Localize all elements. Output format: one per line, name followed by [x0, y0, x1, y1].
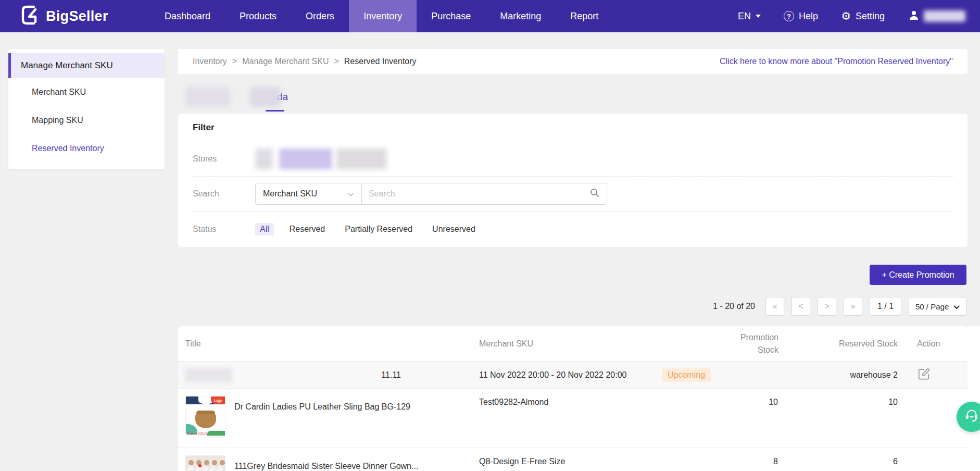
gear-icon: ⚙: [841, 11, 851, 22]
breadcrumb-inventory[interactable]: Inventory: [193, 57, 227, 66]
product-title-cell: Logo Expire: 2021/0 Dr Cardin Ladies PU …: [185, 389, 479, 448]
promotion-action-cell[interactable]: [901, 362, 968, 388]
store-chip-redacted[interactable]: [279, 148, 332, 169]
search-input[interactable]: [369, 189, 589, 199]
status-option-all[interactable]: All: [255, 223, 274, 236]
breadcrumb-manage-merchant-sku[interactable]: Manage Merchant SKU: [242, 57, 329, 66]
promotion-warehouse: warehouse 2: [782, 362, 901, 388]
top-navbar: BigSeller Dashboard Products Orders Inve…: [0, 0, 980, 32]
sidebar-item-merchant-sku[interactable]: Merchant SKU: [8, 78, 165, 106]
setting-button[interactable]: ⚙ Setting: [841, 11, 885, 22]
product-merchant-sku: Test09282-Almond: [479, 389, 665, 448]
filter-status-row: Status All Reserved Partially Reserved U…: [193, 212, 953, 246]
user-avatar-icon: [908, 9, 920, 24]
promotion-thumb-redacted: [185, 368, 232, 382]
product-image-bridesmaid-gown: [185, 455, 225, 471]
create-promotion-button[interactable]: + Create Promotion: [870, 265, 966, 285]
store-chip-redacted[interactable]: [255, 148, 273, 169]
brand-logo[interactable]: BigSeller: [0, 4, 131, 28]
column-header-promotion-stock: Promotion Stock: [665, 326, 782, 361]
nav-item-products[interactable]: Products: [225, 0, 291, 32]
nav-item-orders[interactable]: Orders: [291, 0, 349, 32]
breadcrumb-separator: >: [232, 57, 237, 66]
stores-label: Stores: [193, 154, 255, 164]
product-title: Dr Cardin Ladies PU Leather Sling Bag BG…: [234, 402, 410, 412]
filter-panel: Filter Stores Search Merchant SKU Status: [178, 114, 968, 247]
tab-redacted-part: [250, 87, 280, 107]
search-type-value: Merchant SKU: [263, 189, 317, 199]
pagination-next-button[interactable]: >: [818, 297, 836, 316]
edit-icon[interactable]: [917, 367, 931, 383]
language-selector[interactable]: EN: [738, 11, 761, 22]
language-value: EN: [738, 11, 751, 22]
help-label: Help: [799, 11, 818, 22]
promotion-name: 11.11: [381, 370, 401, 380]
nav-item-dashboard[interactable]: Dashboard: [150, 0, 225, 32]
status-option-partially-reserved[interactable]: Partially Reserved: [345, 225, 412, 234]
promotion-stock-line2: Stock: [758, 344, 778, 356]
status-label: Status: [193, 225, 255, 234]
tab-active-lazada[interactable]: da: [250, 87, 288, 107]
product-merchant-sku: Q8-Design E-Free Size: [479, 448, 665, 471]
table-header-row: Title Merchant SKU Promotion Stock Reser…: [178, 326, 968, 362]
status-option-reserved[interactable]: Reserved: [290, 225, 325, 234]
nav-item-inventory[interactable]: Inventory: [349, 0, 417, 32]
pagination-prev-button[interactable]: <: [791, 297, 810, 316]
pagination-last-button[interactable]: »: [844, 297, 862, 316]
promotion-reserved-inventory-help-link[interactable]: Click here to know more about "Promotion…: [720, 57, 953, 66]
filter-search-row: Search Merchant SKU: [193, 177, 953, 212]
sidebar: Manage Merchant SKU Merchant SKU Mapping…: [8, 49, 165, 169]
product-reserved-stock: 6: [782, 448, 901, 471]
breadcrumb-bar: Inventory > Manage Merchant SKU > Reserv…: [178, 49, 968, 74]
bigseller-logo-icon: [20, 4, 41, 28]
navbar-right-cluster: EN ? Help ⚙ Setting: [738, 9, 980, 24]
pagination-first-button[interactable]: «: [765, 297, 784, 316]
main-nav: Dashboard Products Orders Inventory Purc…: [150, 0, 613, 32]
sidebar-item-mapping-sku[interactable]: Mapping SKU: [8, 106, 165, 134]
nav-item-marketing[interactable]: Marketing: [485, 0, 556, 32]
nav-item-purchase[interactable]: Purchase: [417, 0, 485, 32]
breadcrumb-current: Reserved Inventory: [344, 57, 417, 66]
search-icon[interactable]: [589, 188, 600, 200]
promotion-title-cell: 11.11: [185, 362, 479, 388]
page-size-value: 50 / Page: [915, 302, 949, 311]
help-button[interactable]: ? Help: [784, 11, 818, 22]
filter-stores-row: Stores: [193, 142, 953, 177]
search-box: Merchant SKU: [255, 183, 607, 205]
search-type-select[interactable]: Merchant SKU: [256, 183, 362, 204]
sidebar-item-reserved-inventory[interactable]: Reserved Inventory: [8, 134, 165, 163]
column-header-merchant-sku: Merchant SKU: [479, 326, 665, 361]
column-header-reserved-stock: Reserved Stock: [782, 326, 901, 361]
username-redacted: [924, 10, 965, 22]
table-row: Logo Expire: 2021/0 Dr Cardin Ladies PU …: [178, 389, 968, 448]
promotion-stock-line1: Promotion: [740, 331, 778, 344]
brand-name: BigSeller: [46, 8, 108, 24]
pagination-range: 1 - 20 of 20: [713, 302, 755, 311]
nav-item-report[interactable]: Report: [556, 0, 613, 32]
chevron-down-icon: [953, 302, 960, 311]
status-option-unreserved[interactable]: Unreserved: [432, 225, 475, 234]
page-size-select[interactable]: 50 / Page: [909, 297, 966, 316]
tab-redacted[interactable]: [185, 87, 230, 107]
product-image-sling-bag: Logo Expire: 2021/0: [185, 396, 225, 436]
status-badge: Upcoming: [662, 368, 711, 382]
search-field: [362, 183, 607, 204]
product-action-cell: [901, 448, 968, 471]
column-header-title: Title: [185, 326, 479, 361]
breadcrumb: Inventory > Manage Merchant SKU > Reserv…: [193, 57, 417, 66]
chevron-down-icon: [348, 189, 354, 199]
active-tab-underline: [266, 110, 284, 111]
store-chip-redacted[interactable]: [336, 148, 386, 169]
store-tabs: da: [185, 86, 288, 108]
promotion-status-cell: Upcoming: [665, 362, 782, 388]
product-promotion-stock: 8: [665, 448, 782, 471]
search-label: Search: [193, 189, 255, 199]
help-question-icon: ?: [784, 11, 794, 21]
user-account[interactable]: [908, 9, 965, 24]
promotion-period: 11 Nov 2022 20:00 - 20 Nov 2022 20:00: [479, 362, 665, 388]
breadcrumb-separator: >: [334, 57, 338, 66]
sidebar-group-manage-merchant-sku[interactable]: Manage Merchant SKU: [8, 53, 165, 78]
product-reserved-stock: 10: [782, 389, 901, 448]
headset-icon: [964, 408, 979, 426]
chevron-down-icon: [756, 15, 761, 18]
